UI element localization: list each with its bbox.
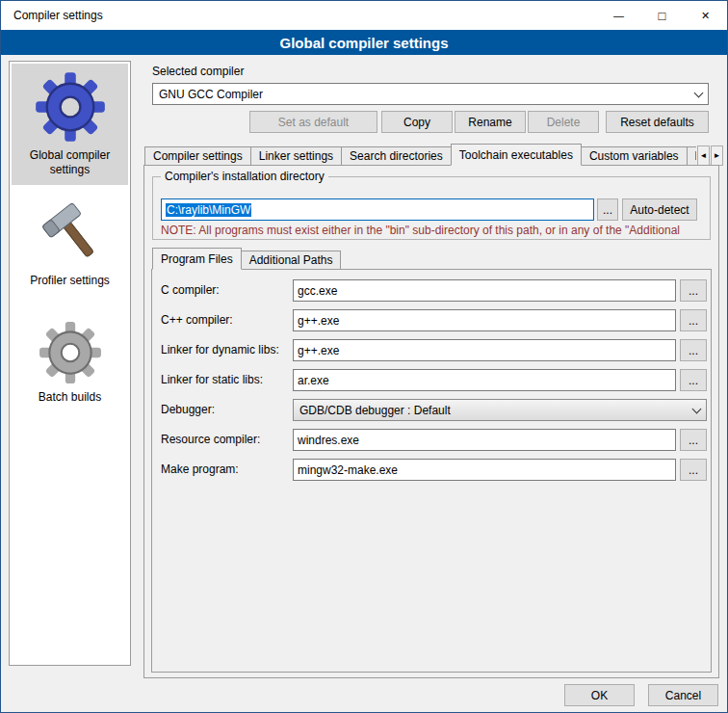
settings-category-list: Global compiler settings Profiler settin… bbox=[9, 61, 131, 666]
sidebar-item-batch-builds[interactable]: Batch builds bbox=[12, 313, 128, 412]
sidebar-item-label: Batch builds bbox=[39, 390, 101, 405]
field-label-c-compiler: C compiler: bbox=[161, 283, 220, 297]
field-label-cpp-compiler: C++ compiler: bbox=[161, 313, 233, 327]
input-value: g++.exe bbox=[298, 314, 339, 328]
c-compiler-input[interactable]: gcc.exe bbox=[293, 279, 676, 302]
installation-directory-browse-button[interactable]: ... bbox=[597, 198, 618, 221]
selected-compiler-select[interactable]: GNU GCC Compiler bbox=[152, 83, 709, 105]
tab-program-files[interactable]: Program Files bbox=[152, 248, 242, 270]
minimize-button[interactable]: — bbox=[597, 1, 640, 30]
window-title: Compiler settings bbox=[1, 9, 103, 22]
ok-button[interactable]: OK bbox=[564, 684, 635, 706]
input-value: gcc.exe bbox=[298, 284, 337, 298]
field-label-linker-dynamic: Linker for dynamic libs: bbox=[161, 343, 279, 356]
tab-search-directories[interactable]: Search directories bbox=[341, 146, 452, 166]
hammer-icon bbox=[39, 202, 101, 268]
page-title: Global compiler settings bbox=[1, 30, 727, 55]
input-value: mingw32-make.exe bbox=[298, 463, 398, 477]
cpp-compiler-input[interactable]: g++.exe bbox=[293, 309, 676, 331]
maximize-button[interactable]: □ bbox=[640, 1, 684, 30]
linker-dynamic-input[interactable]: g++.exe bbox=[293, 339, 676, 361]
linker-dynamic-browse-button[interactable]: ... bbox=[680, 339, 707, 361]
tab-additional-paths[interactable]: Additional Paths bbox=[241, 251, 342, 270]
sidebar-item-label: Profiler settings bbox=[30, 274, 110, 288]
close-button[interactable]: ✕ bbox=[684, 1, 727, 30]
resource-compiler-input[interactable]: windres.exe bbox=[293, 429, 676, 451]
selected-compiler-label: Selected compiler bbox=[152, 65, 244, 78]
field-label-resource-compiler: Resource compiler: bbox=[161, 433, 260, 446]
chevron-down-icon bbox=[694, 88, 704, 97]
field-label-make-program: Make program: bbox=[161, 462, 239, 476]
debugger-select[interactable]: GDB/CDB debugger : Default bbox=[293, 399, 707, 421]
program-tabstrip: Program Files Additional Paths bbox=[152, 248, 537, 270]
make-program-browse-button[interactable]: ... bbox=[680, 459, 707, 481]
compiler-settings-window: Compiler settings — □ ✕ Global compiler … bbox=[0, 0, 728, 713]
auto-detect-button[interactable]: Auto-detect bbox=[622, 198, 697, 221]
tab-custom-variables[interactable]: Custom variables bbox=[581, 146, 688, 166]
reset-defaults-button[interactable]: Reset defaults bbox=[606, 111, 709, 133]
titlebar[interactable]: Compiler settings — □ ✕ bbox=[1, 1, 727, 30]
input-value: ar.exe bbox=[298, 374, 329, 387]
tab-build-options[interactable]: Buil bbox=[687, 146, 696, 166]
gear-gray-icon bbox=[39, 321, 102, 384]
tab-scroll-right-icon[interactable]: ► bbox=[711, 145, 723, 166]
tab-scroll-left-icon[interactable]: ◄ bbox=[697, 145, 710, 166]
set-as-default-button[interactable]: Set as default bbox=[249, 111, 377, 133]
gear-blue-icon bbox=[35, 71, 106, 143]
cpp-compiler-browse-button[interactable]: ... bbox=[680, 309, 707, 331]
sidebar-item-profiler-settings[interactable]: Profiler settings bbox=[12, 195, 128, 296]
make-program-input[interactable]: mingw32-make.exe bbox=[293, 459, 676, 481]
input-value: windres.exe bbox=[298, 434, 359, 447]
tab-compiler-settings[interactable]: Compiler settings bbox=[144, 146, 251, 166]
debugger-value: GDB/CDB debugger : Default bbox=[299, 404, 451, 417]
installation-note: NOTE: All programs must exist either in … bbox=[161, 224, 706, 237]
settings-tabstrip: Compiler settings Linker settings Search… bbox=[144, 144, 696, 166]
tab-linker-settings[interactable]: Linker settings bbox=[250, 146, 342, 166]
input-value: g++.exe bbox=[298, 344, 339, 357]
delete-button[interactable]: Delete bbox=[528, 111, 599, 133]
field-label-debugger: Debugger: bbox=[161, 403, 215, 416]
window-controls: — □ ✕ bbox=[597, 1, 727, 30]
cancel-button[interactable]: Cancel bbox=[648, 684, 718, 706]
installation-directory-input[interactable]: C:\raylib\MinGW bbox=[161, 198, 594, 221]
copy-button[interactable]: Copy bbox=[381, 111, 453, 133]
selected-compiler-value: GNU GCC Compiler bbox=[159, 88, 263, 101]
sidebar-item-label: Global compiler settings bbox=[15, 148, 124, 177]
c-compiler-browse-button[interactable]: ... bbox=[680, 279, 707, 302]
chevron-down-icon bbox=[692, 404, 702, 413]
linker-static-browse-button[interactable]: ... bbox=[680, 369, 707, 391]
field-label-linker-static: Linker for static libs: bbox=[161, 373, 263, 386]
resource-compiler-browse-button[interactable]: ... bbox=[680, 429, 707, 451]
tab-toolchain-executables[interactable]: Toolchain executables bbox=[451, 144, 582, 166]
installation-directory-group-title: Compiler's installation directory bbox=[161, 170, 328, 183]
sidebar-item-global-compiler-settings[interactable]: Global compiler settings bbox=[12, 64, 128, 185]
rename-button[interactable]: Rename bbox=[455, 111, 526, 133]
installation-directory-value: C:\raylib\MinGW bbox=[166, 203, 251, 217]
linker-static-input[interactable]: ar.exe bbox=[293, 369, 676, 391]
